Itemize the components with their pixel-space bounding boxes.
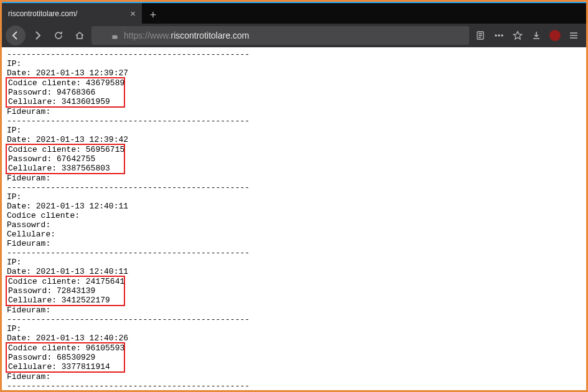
highlight-box: Codice cliente: 96105593Passowrd: 685309…: [6, 342, 125, 373]
downloads-button[interactable]: [528, 26, 545, 45]
back-button[interactable]: [6, 26, 26, 45]
url-text: https://www.riscontrotitolare.com: [124, 26, 464, 45]
reload-button[interactable]: [49, 26, 68, 45]
ublock-button[interactable]: [546, 26, 564, 45]
svg-point-2: [495, 35, 497, 37]
page-actions-button[interactable]: [490, 26, 508, 45]
log-line: Cellulare: 3413601959: [7, 97, 124, 106]
log-line: Cellulare: 3412522179: [7, 296, 124, 305]
tab-title: riscontrotitolare.com/: [8, 9, 125, 18]
browser-window: riscontrotitolare.com/ × + https://www.r: [2, 2, 586, 390]
log-line: Codice cliente: 43679589: [7, 78, 124, 88]
svg-rect-0: [112, 35, 117, 39]
log-line: Fideuram:: [7, 239, 581, 248]
home-button[interactable]: [70, 26, 89, 45]
log-line: Fideuram:: [7, 107, 581, 116]
highlight-box: Codice cliente: 56956715Passowrd: 676427…: [6, 144, 125, 174]
log-line: Date: 2021-01-13 12:39:42: [7, 135, 581, 144]
new-tab-button[interactable]: +: [144, 6, 162, 24]
shield-icon: [96, 31, 106, 40]
reader-button[interactable]: [472, 26, 489, 45]
log-line: Passowrd:: [7, 220, 581, 230]
menu-button[interactable]: [565, 26, 582, 45]
ublock-icon: [549, 30, 561, 41]
log-line: ----------------------------------------…: [7, 315, 581, 324]
highlight-box: Codice cliente: 43679589Passowrd: 947683…: [6, 77, 125, 108]
forward-button[interactable]: [28, 26, 47, 45]
log-line: Passowrd: 67642755: [7, 154, 124, 164]
log-line: Passowrd: 68530929: [7, 353, 124, 362]
address-bar[interactable]: https://www.riscontrotitolare.com: [91, 26, 469, 45]
log-line: Date: 2021-01-13 12:40:11: [7, 202, 581, 211]
log-line: Fideuram:: [7, 306, 581, 315]
log-line: Date: 2021-01-13 12:40:11: [7, 267, 581, 276]
log-line: Cellulare:: [7, 230, 581, 239]
log-line: ----------------------------------------…: [7, 116, 581, 126]
tab-strip: riscontrotitolare.com/ × +: [2, 2, 586, 24]
log-line: Codice cliente:: [7, 211, 581, 220]
log-line: IP:: [7, 59, 581, 68]
log-line: ----------------------------------------…: [7, 248, 581, 258]
log-line: IP:: [7, 324, 581, 334]
highlight-box: Codice cliente: 24175641Passowrd: 728431…: [6, 276, 125, 306]
log-line: IP:: [7, 126, 581, 135]
svg-point-4: [502, 35, 503, 37]
log-line: Date: 2021-01-13 12:39:27: [7, 68, 581, 78]
page-content: ----------------------------------------…: [2, 47, 586, 390]
log-line: Cellulare: 3387565803: [7, 164, 124, 173]
close-icon[interactable]: ×: [130, 9, 136, 18]
svg-point-3: [498, 35, 500, 37]
lock-icon: [111, 32, 119, 40]
bookmark-button[interactable]: [509, 26, 526, 45]
log-line: ----------------------------------------…: [7, 183, 581, 192]
log-line: Codice cliente: 96105593: [7, 343, 124, 353]
url-domain: riscontrotitolare.com: [170, 30, 249, 40]
log-line: Codice cliente: 56956715: [7, 145, 124, 154]
log-line: Passowrd: 94768366: [7, 88, 124, 97]
navbar: https://www.riscontrotitolare.com: [2, 24, 586, 47]
log-line: ----------------------------------------…: [7, 381, 581, 390]
log-line: ----------------------------------------…: [7, 50, 581, 59]
log-line: Fideuram:: [7, 174, 581, 183]
log-line: IP:: [7, 192, 581, 202]
tab-active[interactable]: riscontrotitolare.com/ ×: [2, 3, 142, 24]
log-line: Fideuram:: [7, 372, 581, 381]
log-line: Cellulare: 3377811914: [7, 362, 124, 371]
log-line: Passowrd: 72843139: [7, 286, 124, 296]
log-line: IP:: [7, 258, 581, 267]
url-prefix: https://www.: [124, 30, 170, 40]
log-line: Date: 2021-01-13 12:40:26: [7, 334, 581, 343]
log-line: Codice cliente: 24175641: [7, 277, 124, 286]
